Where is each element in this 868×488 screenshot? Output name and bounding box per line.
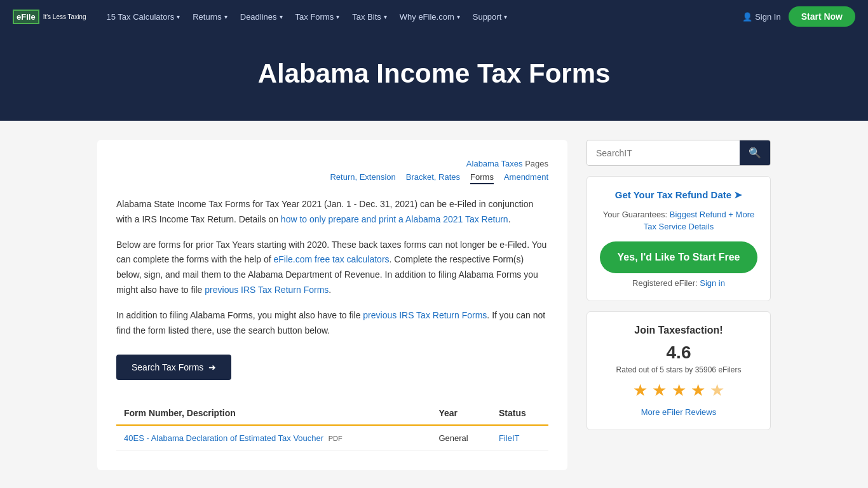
nav-item-calculators[interactable]: 15 Tax Calculators ▾ — [102, 8, 186, 25]
nav-item-support[interactable]: Support ▾ — [468, 8, 513, 25]
nav-item-deadlines[interactable]: Deadlines ▾ — [235, 8, 288, 25]
caret-icon: ▾ — [280, 13, 283, 20]
page-title: Alabama Income Tax Forms — [13, 58, 855, 89]
col-status: Status — [491, 402, 548, 425]
caret-icon: ▾ — [224, 13, 227, 20]
col-form: Form Number, Description — [116, 402, 431, 425]
logo-icon: eFile — [13, 10, 39, 24]
nav-items: 15 Tax Calculators ▾ Returns ▾ Deadlines… — [102, 8, 743, 25]
search-icon: 🔍 — [749, 147, 761, 158]
stars-display: ★ ★ ★ ★ ★ — [600, 381, 757, 400]
guarantees-text: Your Guarantees: Biggest Refund + More — [600, 208, 757, 222]
nav-bracket-rates[interactable]: Bracket, Rates — [406, 172, 460, 184]
status-cell: FileIT — [491, 425, 548, 451]
table-row: 40ES - Alabama Declaration of Estimated … — [116, 425, 548, 451]
pdf-badge: PDF — [329, 435, 342, 442]
nav-return-extension[interactable]: Return, Extension — [330, 172, 395, 184]
page-nav: Alabama Taxes Pages Return, Extension Br… — [116, 159, 548, 184]
form-link[interactable]: 40ES - Alabama Declaration of Estimated … — [124, 433, 323, 443]
start-now-button[interactable]: Start Now — [789, 6, 855, 27]
alabama-taxes-link[interactable]: Alabama Taxes — [466, 159, 523, 168]
tax-service-details-link[interactable]: Tax Service Details — [600, 222, 757, 231]
table-header-row: Form Number, Description Year Status — [116, 402, 548, 425]
search-tax-forms-button[interactable]: Search Tax Forms ➜ — [116, 355, 231, 380]
caret-icon: ▾ — [504, 13, 507, 20]
reviews-card: Join Taxesfaction! 4.6 Rated out of 5 st… — [587, 311, 771, 430]
more-reviews-link[interactable]: More eFiler Reviews — [641, 407, 716, 417]
link-prepare-print[interactable]: how to only prepare and print a Alabama … — [281, 214, 508, 224]
registered-efiler-text: Registered eFiler: Sign in — [600, 278, 757, 288]
star-5-half: ★ — [710, 381, 724, 400]
content-right: 🔍 Get Your Tax Refund Date ➤ Your Guaran… — [587, 140, 771, 470]
search-box: 🔍 — [587, 140, 771, 166]
nav-forms[interactable]: Forms — [470, 172, 494, 184]
star-1: ★ — [633, 381, 648, 400]
logo-subtext: It's Less Taxing — [43, 13, 86, 20]
signin-button[interactable]: 👤 Sign In — [742, 12, 780, 22]
arrow-icon: ➜ — [208, 362, 216, 372]
forms-table: Form Number, Description Year Status 40E… — [116, 402, 548, 451]
fileit-link[interactable]: FileIT — [499, 433, 520, 443]
form-name-cell: 40ES - Alabama Declaration of Estimated … — [116, 425, 431, 451]
nav-item-taxforms[interactable]: Tax Forms ▾ — [290, 8, 345, 25]
nav-right: 👤 Sign In Start Now — [742, 6, 855, 27]
link-free-calculators[interactable]: eFile.com free tax calculators — [273, 254, 389, 264]
search-input[interactable] — [587, 140, 740, 165]
link-previous-irs-forms-2[interactable]: previous IRS Tax Return Forms — [363, 310, 487, 320]
caret-icon: ▾ — [384, 13, 387, 20]
alabama-taxes-label: Alabama Taxes Pages — [466, 159, 548, 168]
nav-item-why-efile[interactable]: Why eFile.com ▾ — [395, 8, 465, 25]
content-left: Alabama Taxes Pages Return, Extension Br… — [97, 140, 567, 470]
caret-icon: ▾ — [336, 13, 339, 20]
search-submit-button[interactable]: 🔍 — [740, 140, 770, 165]
hero-section: Alabama Income Tax Forms — [0, 33, 868, 121]
signin-link[interactable]: Sign in — [700, 278, 725, 288]
paragraph-2: Below are forms for prior Tax Years star… — [116, 238, 548, 298]
link-previous-irs-forms[interactable]: previous IRS Tax Return Forms — [205, 285, 329, 295]
paragraph-1: Alabama State Income Tax Forms for Tax Y… — [116, 197, 548, 227]
star-4: ★ — [691, 381, 705, 400]
rating-score: 4.6 — [600, 342, 757, 363]
reviews-title: Join Taxesfaction! — [600, 325, 757, 336]
biggest-refund-link[interactable]: Biggest Refund + More — [670, 210, 754, 219]
col-year: Year — [431, 402, 491, 425]
page-nav-links: Return, Extension Bracket, Rates Forms A… — [330, 172, 548, 184]
start-free-button[interactable]: Yes, I'd Like To Start Free — [600, 241, 757, 273]
refund-card: Get Your Tax Refund Date ➤ Your Guarante… — [587, 176, 771, 301]
rating-meta: Rated out of 5 stars by 35906 eFilers — [600, 365, 757, 374]
paragraph-3: In addition to filing Alabama Forms, you… — [116, 308, 548, 339]
nav-item-taxbits[interactable]: Tax Bits ▾ — [347, 8, 392, 25]
star-2: ★ — [652, 381, 667, 400]
star-3: ★ — [672, 381, 686, 400]
caret-icon: ▾ — [457, 13, 460, 20]
nav-amendment[interactable]: Amendment — [504, 172, 548, 184]
nav-item-returns[interactable]: Returns ▾ — [187, 8, 233, 25]
refund-date-link[interactable]: Get Your Tax Refund Date ➤ — [600, 189, 757, 201]
logo[interactable]: eFile It's Less Taxing — [13, 10, 86, 24]
year-cell: General — [431, 425, 491, 451]
main-container: Alabama Taxes Pages Return, Extension Br… — [85, 121, 783, 488]
caret-icon: ▾ — [177, 13, 180, 20]
user-icon: 👤 — [742, 12, 752, 22]
